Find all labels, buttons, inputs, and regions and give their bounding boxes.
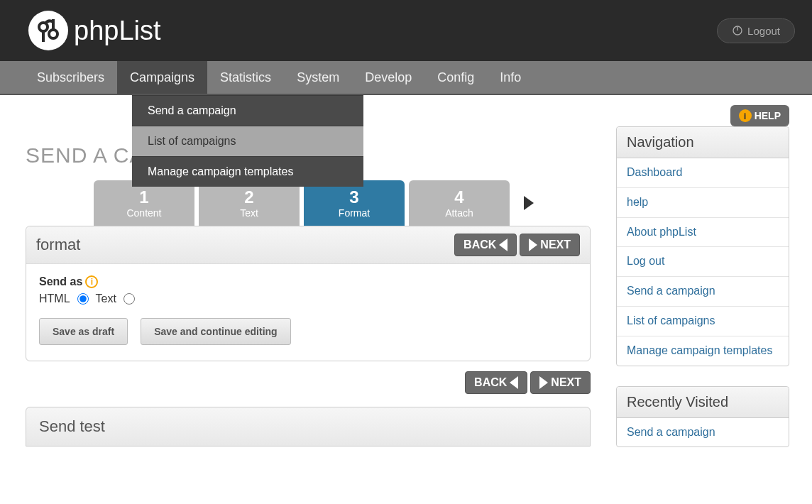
triangle-left-icon xyxy=(510,376,518,389)
logo-icon xyxy=(28,11,68,50)
option-html-label: HTML xyxy=(39,292,70,305)
nav-develop[interactable]: Develop xyxy=(352,61,424,94)
nav-subscribers[interactable]: Subscribers xyxy=(24,61,117,94)
wizard-steps: 1 Content 2 Text 3 Format 4 Attach xyxy=(94,180,591,226)
send-as-label: Send as i xyxy=(39,275,577,288)
triangle-right-icon xyxy=(539,376,548,389)
save-continue-button[interactable]: Save and continue editing xyxy=(141,318,290,345)
sidebar-link-send-campaign[interactable]: Send a campaign xyxy=(617,276,789,306)
recent-link-send-campaign[interactable]: Send a campaign xyxy=(617,418,789,447)
app-header: phpList Logout xyxy=(0,0,812,61)
triangle-left-icon xyxy=(499,239,508,251)
nav-system[interactable]: System xyxy=(284,61,352,94)
save-draft-button[interactable]: Save as draft xyxy=(39,318,128,345)
option-text-label: Text xyxy=(96,292,116,305)
sidebar-link-manage-templates[interactable]: Manage campaign templates xyxy=(617,336,789,366)
step-text[interactable]: 2 Text xyxy=(199,180,300,226)
recently-visited-title: Recently Visited xyxy=(617,387,789,418)
info-icon: i xyxy=(739,109,752,122)
nav-statistics[interactable]: Statistics xyxy=(207,61,284,94)
dropdown-manage-templates[interactable]: Manage campaign templates xyxy=(132,156,363,187)
sidebar-link-about[interactable]: About phpList xyxy=(617,217,789,247)
step-content[interactable]: 1 Content xyxy=(94,180,194,226)
help-label: HELP xyxy=(755,110,781,121)
main-nav: Subscribers Campaigns Statistics System … xyxy=(0,61,812,95)
back-button-top[interactable]: BACK xyxy=(454,234,517,256)
sidebar-link-help[interactable]: help xyxy=(617,187,789,217)
next-button-top[interactable]: NEXT xyxy=(520,234,580,256)
back-button-bottom[interactable]: BACK xyxy=(465,371,527,394)
nav-campaigns[interactable]: Campaigns xyxy=(117,61,207,94)
option-text-radio[interactable] xyxy=(124,293,135,305)
recently-visited-sidebar: Recently Visited Send a campaign xyxy=(616,386,789,448)
svg-point-1 xyxy=(49,30,57,38)
step-format[interactable]: 3 Format xyxy=(304,180,405,226)
send-test-panel-title: Send test xyxy=(26,407,591,447)
option-html-radio[interactable] xyxy=(77,293,89,305)
panel-title: format xyxy=(36,236,80,254)
logout-label: Logout xyxy=(747,25,780,37)
app-logo: phpList xyxy=(28,11,161,50)
format-panel: format BACK NEXT Send as i xyxy=(26,226,591,361)
campaigns-dropdown: Send a campaign List of campaigns Manage… xyxy=(132,95,363,187)
navigation-title: Navigation xyxy=(617,127,789,158)
svg-point-0 xyxy=(39,23,48,31)
info-icon[interactable]: i xyxy=(85,275,98,288)
next-button-bottom[interactable]: NEXT xyxy=(530,371,591,394)
wizard-next-arrow-icon[interactable] xyxy=(524,196,534,210)
step-attach[interactable]: 4 Attach xyxy=(409,180,510,226)
dropdown-list-campaigns[interactable]: List of campaigns xyxy=(132,126,363,156)
sidebar-link-dashboard[interactable]: Dashboard xyxy=(617,158,789,187)
help-button[interactable]: i HELP xyxy=(730,105,789,126)
power-icon xyxy=(732,25,743,36)
dropdown-send-campaign[interactable]: Send a campaign xyxy=(132,95,363,126)
triangle-right-icon xyxy=(529,239,537,251)
navigation-sidebar: Navigation Dashboard help About phpList … xyxy=(616,126,789,366)
nav-config[interactable]: Config xyxy=(424,61,487,94)
nav-info[interactable]: Info xyxy=(487,61,534,94)
app-name: phpList xyxy=(74,16,161,46)
sidebar-link-logout[interactable]: Log out xyxy=(617,246,789,276)
logout-button[interactable]: Logout xyxy=(717,18,795,43)
sidebar-link-list-campaigns[interactable]: List of campaigns xyxy=(617,306,789,336)
